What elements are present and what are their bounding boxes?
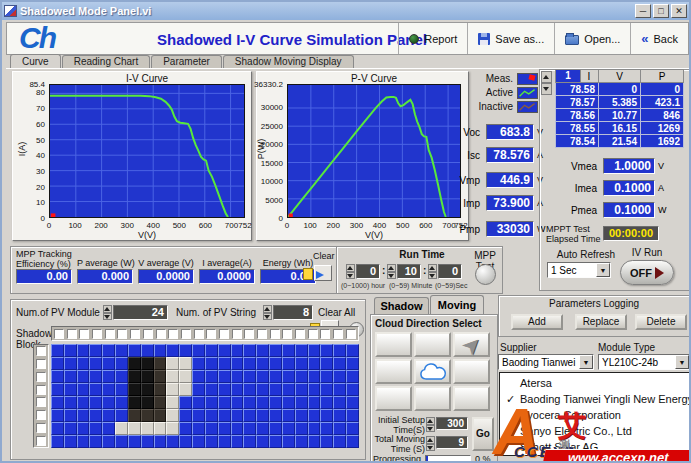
shadow-cell[interactable] bbox=[269, 357, 282, 370]
spin-down-button[interactable] bbox=[103, 313, 112, 321]
shadow-cell[interactable] bbox=[231, 357, 244, 370]
shadow-cell[interactable] bbox=[166, 357, 179, 370]
shadow-col-checkbox[interactable] bbox=[156, 329, 166, 339]
shadow-cell[interactable] bbox=[333, 344, 346, 357]
shadow-cell[interactable] bbox=[166, 344, 179, 357]
shadow-cell[interactable] bbox=[243, 357, 256, 370]
shadow-cell[interactable] bbox=[269, 383, 282, 396]
shadow-cell[interactable] bbox=[243, 435, 256, 448]
shadow-cell[interactable] bbox=[282, 435, 295, 448]
shadow-cell[interactable] bbox=[333, 409, 346, 422]
shadow-col-checkbox[interactable] bbox=[181, 329, 191, 339]
shadow-cell[interactable] bbox=[243, 370, 256, 383]
shadow-cell[interactable] bbox=[346, 422, 359, 435]
shadow-cell[interactable] bbox=[179, 422, 192, 435]
shadow-cell[interactable] bbox=[64, 422, 77, 435]
shadow-cell[interactable] bbox=[295, 435, 308, 448]
save-as-button[interactable]: Save as... bbox=[467, 23, 554, 54]
spin-up-button[interactable] bbox=[428, 264, 437, 272]
shadow-cell[interactable] bbox=[205, 344, 218, 357]
shadow-cell[interactable] bbox=[269, 422, 282, 435]
spin-down-button[interactable] bbox=[346, 272, 355, 280]
shadow-cell[interactable] bbox=[295, 357, 308, 370]
shadow-cell[interactable] bbox=[308, 396, 321, 409]
shadow-cell[interactable] bbox=[128, 344, 141, 357]
shadow-cell[interactable] bbox=[256, 396, 269, 409]
supplier-option[interactable]: Atersa bbox=[500, 375, 691, 391]
shadow-cell[interactable] bbox=[205, 435, 218, 448]
replace-button[interactable]: Replace bbox=[575, 314, 627, 330]
shadow-col-checkbox[interactable] bbox=[206, 329, 216, 339]
total-moving-spinner[interactable] bbox=[426, 436, 435, 451]
shadow-cell[interactable] bbox=[115, 383, 128, 396]
table-cell[interactable]: 78.55 bbox=[556, 122, 599, 135]
shadow-cell[interactable] bbox=[282, 422, 295, 435]
shadow-cell[interactable] bbox=[128, 396, 141, 409]
cloud-direction-button[interactable] bbox=[375, 359, 412, 384]
shadow-col-checkbox[interactable] bbox=[270, 329, 280, 339]
shadow-cell[interactable] bbox=[77, 357, 90, 370]
initial-setup-display[interactable]: 300 bbox=[436, 417, 468, 430]
shadow-col-checkbox[interactable] bbox=[117, 329, 127, 339]
shadow-cell[interactable] bbox=[64, 409, 77, 422]
shadow-cell[interactable] bbox=[166, 435, 179, 448]
shadow-cell[interactable] bbox=[141, 435, 154, 448]
table-index-badge[interactable]: 1 bbox=[556, 70, 581, 82]
shadow-cell[interactable] bbox=[115, 409, 128, 422]
spin-up-button[interactable] bbox=[263, 305, 272, 313]
shadow-cell[interactable] bbox=[154, 435, 167, 448]
shadow-cell[interactable] bbox=[295, 422, 308, 435]
table-cell[interactable]: 78.57 bbox=[556, 96, 599, 109]
shadow-cell[interactable] bbox=[256, 357, 269, 370]
shadow-cell[interactable] bbox=[102, 357, 115, 370]
shadow-cell[interactable] bbox=[51, 370, 64, 383]
shadow-cell[interactable] bbox=[218, 409, 231, 422]
shadow-cell[interactable] bbox=[51, 396, 64, 409]
shadow-col-checkbox[interactable] bbox=[244, 329, 254, 339]
shadow-cell[interactable] bbox=[102, 435, 115, 448]
shadow-cell[interactable] bbox=[89, 344, 102, 357]
shadow-cell[interactable] bbox=[256, 383, 269, 396]
shadow-cell[interactable] bbox=[320, 357, 333, 370]
shadow-col-checkbox[interactable] bbox=[79, 329, 89, 339]
shadow-cell[interactable] bbox=[346, 409, 359, 422]
shadow-col-checkbox[interactable] bbox=[92, 329, 102, 339]
spin-up-button[interactable] bbox=[426, 417, 435, 425]
shadow-row-checkbox[interactable] bbox=[36, 410, 46, 420]
shadow-cell[interactable] bbox=[128, 422, 141, 435]
shadow-cell[interactable] bbox=[231, 344, 244, 357]
spin-down-button[interactable] bbox=[263, 313, 272, 321]
tab-parameter[interactable]: Parameter bbox=[151, 55, 222, 68]
shadow-cell[interactable] bbox=[282, 409, 295, 422]
shadow-cell[interactable] bbox=[77, 409, 90, 422]
supplier-option[interactable]: Schott Solar AG bbox=[500, 439, 691, 455]
tab-reading-chart[interactable]: Reading Chart bbox=[62, 55, 150, 68]
shadow-cell[interactable] bbox=[308, 422, 321, 435]
shadow-cell[interactable] bbox=[320, 396, 333, 409]
table-cell[interactable]: 846 bbox=[641, 109, 684, 122]
shadow-cell[interactable] bbox=[256, 422, 269, 435]
shadow-col-checkbox[interactable] bbox=[54, 329, 64, 339]
spin-down-button[interactable] bbox=[428, 272, 437, 280]
pv-module-count-display[interactable]: 24 bbox=[113, 305, 168, 320]
shadow-cell[interactable] bbox=[333, 370, 346, 383]
shadow-col-checkbox[interactable] bbox=[282, 329, 292, 339]
shadow-cell[interactable] bbox=[154, 422, 167, 435]
cloud-direction-button[interactable] bbox=[375, 332, 412, 357]
shadow-cell[interactable] bbox=[295, 396, 308, 409]
tab-shadow-moving-display[interactable]: Shadow Moving Display bbox=[223, 55, 354, 68]
iv-run-button[interactable]: OFF bbox=[620, 260, 674, 285]
shadow-col-checkbox[interactable] bbox=[308, 329, 318, 339]
table-cell[interactable]: 0 bbox=[599, 83, 641, 96]
shadow-cell[interactable] bbox=[128, 409, 141, 422]
shadow-cell[interactable] bbox=[308, 370, 321, 383]
shadow-cell[interactable] bbox=[218, 396, 231, 409]
shadow-cell[interactable] bbox=[154, 409, 167, 422]
shadow-cell[interactable] bbox=[218, 422, 231, 435]
table-cell[interactable]: 78.54 bbox=[556, 135, 599, 148]
spin-down-button[interactable] bbox=[541, 83, 552, 95]
shadow-cell[interactable] bbox=[333, 396, 346, 409]
shadow-cell[interactable] bbox=[231, 383, 244, 396]
shadow-cell[interactable] bbox=[102, 396, 115, 409]
shadow-cell[interactable] bbox=[269, 344, 282, 357]
